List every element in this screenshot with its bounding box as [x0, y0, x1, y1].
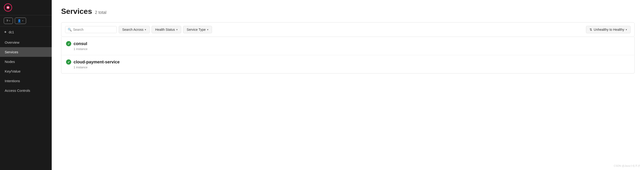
sidebar-item-keyvalue[interactable]: Key/Value	[0, 66, 52, 76]
user-icon: 👤	[18, 19, 21, 22]
watermark: CSDN @Java小生不才	[614, 164, 640, 168]
sidebar-item-access-controls-label: Access Controls	[5, 89, 30, 93]
service-name-row: cloud-payment-service	[66, 59, 630, 65]
help-button[interactable]: ? ▾	[4, 18, 13, 24]
sidebar-item-services[interactable]: Services	[0, 47, 52, 57]
sidebar-header	[0, 0, 52, 15]
sidebar-top-actions: ? ▾ 👤 ▾	[0, 15, 52, 26]
sort-button[interactable]: ⇅ Unhealthy to Healthy ▾	[586, 26, 630, 33]
sort-chevron-icon: ▾	[626, 28, 627, 31]
sidebar-item-services-label: Services	[5, 50, 18, 54]
sidebar-item-intentions[interactable]: Intentions	[0, 76, 52, 86]
help-icon: ?	[6, 19, 8, 22]
filter-bar: 🔍 Search Across ▾ Health Status ▾ Servic…	[61, 22, 634, 37]
main-content: Services 2 total 🔍 Search Across ▾ Healt…	[52, 0, 644, 170]
service-instance-count: 1 instance	[74, 47, 630, 51]
sidebar-item-keyvalue-label: Key/Value	[5, 69, 20, 73]
health-status-chevron-icon: ▾	[176, 28, 178, 31]
search-input-wrapper: 🔍	[65, 26, 117, 33]
search-across-button[interactable]: Search Across ▾	[119, 26, 150, 33]
search-across-chevron-icon: ▾	[145, 28, 146, 31]
sort-icon: ⇅	[590, 28, 592, 31]
service-name-row: consul	[66, 41, 630, 46]
service-name: cloud-payment-service	[74, 60, 120, 65]
svg-point-2	[7, 6, 9, 8]
sidebar-item-access-controls[interactable]: Access Controls	[0, 86, 52, 95]
nav-list: Overview Services Nodes Key/Value Intent…	[0, 37, 52, 95]
page-count: 2 total	[95, 10, 106, 15]
user-chevron-icon: ▾	[22, 19, 24, 22]
help-chevron-icon: ▾	[9, 19, 10, 22]
table-row[interactable]: cloud-payment-service 1 instance	[61, 55, 634, 73]
health-status-button[interactable]: Health Status ▾	[152, 26, 181, 33]
service-name: consul	[74, 41, 87, 46]
sidebar: ? ▾ 👤 ▾ ✦ dc1 Overview Services Nodes Ke…	[0, 0, 52, 170]
health-check-icon	[66, 41, 71, 46]
sidebar-item-overview-label: Overview	[5, 40, 20, 44]
service-type-label: Service Type	[186, 28, 206, 31]
dc-label: ✦ dc1	[0, 26, 52, 37]
sort-label: Unhealthy to Healthy	[594, 28, 624, 31]
health-check-icon	[66, 59, 71, 65]
dc-name: dc1	[9, 30, 14, 34]
service-type-button[interactable]: Service Type ▾	[183, 26, 212, 33]
health-status-label: Health Status	[155, 28, 175, 31]
table-row[interactable]: consul 1 instance	[61, 37, 634, 55]
search-input[interactable]	[73, 28, 114, 31]
sidebar-item-nodes-label: Nodes	[5, 60, 15, 64]
sidebar-item-overview[interactable]: Overview	[0, 37, 52, 47]
dc-icon: ✦	[4, 30, 7, 34]
service-list: consul 1 instance cloud-payment-service …	[61, 37, 634, 73]
sidebar-item-nodes[interactable]: Nodes	[0, 57, 52, 66]
service-type-chevron-icon: ▾	[207, 28, 208, 31]
page-title: Services	[61, 7, 92, 16]
search-across-label: Search Across	[122, 28, 143, 31]
search-icon: 🔍	[68, 28, 72, 31]
consul-logo-icon	[4, 3, 12, 12]
sidebar-item-intentions-label: Intentions	[5, 79, 20, 83]
user-button[interactable]: 👤 ▾	[15, 18, 26, 24]
service-instance-count: 1 instance	[74, 65, 630, 69]
page-header: Services 2 total	[61, 7, 634, 16]
